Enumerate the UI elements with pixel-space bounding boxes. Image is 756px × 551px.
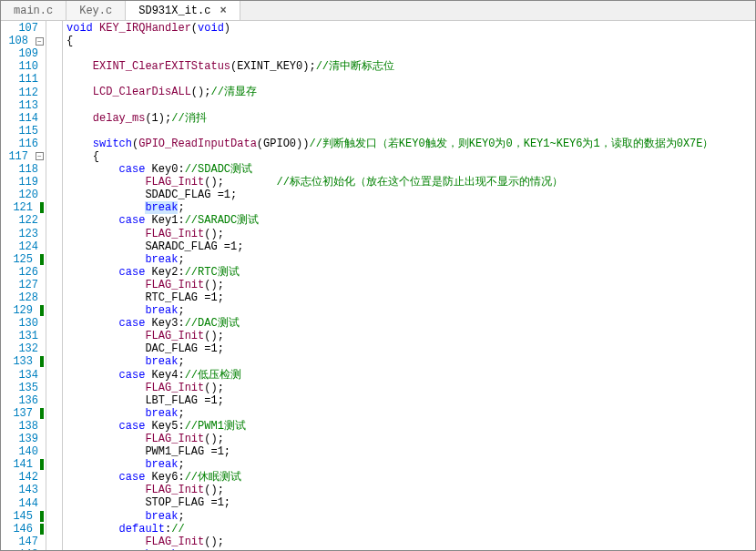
gutter-row: 127 (8, 279, 44, 291)
code-line[interactable]: default:// (66, 523, 755, 536)
code-line[interactable]: break; (66, 407, 755, 420)
line-number: 137 (13, 407, 38, 420)
code-line[interactable]: case Key0://SDADC测试 (66, 163, 755, 176)
tab-main-c[interactable]: main.c (1, 1, 66, 20)
gutter-row: 129 (8, 304, 44, 317)
gutter-row: 148 (8, 548, 44, 550)
fold-toggle-icon[interactable]: − (36, 37, 44, 46)
gutter-row: 115 (8, 125, 44, 138)
gutter-row: 120 (8, 189, 44, 201)
gutter-row: 144 (8, 496, 44, 509)
line-number: 143 (18, 484, 44, 496)
gutter-row: 124 (8, 240, 44, 253)
code-line[interactable]: FLAG_Init(); (66, 484, 755, 496)
gutter-row: 130 (8, 317, 44, 330)
gutter-row: 146 (8, 523, 44, 536)
code-line[interactable]: SARADC_FLAG =1; (66, 240, 755, 253)
gutter-row: 111 (8, 73, 44, 86)
line-number: 108 (8, 35, 34, 47)
code-line[interactable] (66, 125, 755, 138)
code-line[interactable]: FLAG_Init(); (66, 279, 755, 291)
gutter-row: 110 (8, 60, 44, 73)
code-line[interactable]: break; (66, 304, 755, 317)
gutter-row: 109 (8, 47, 44, 60)
code-line[interactable]: DAC_FLAG =1; (66, 342, 755, 355)
code-line[interactable]: break; (66, 548, 755, 550)
tab-bar: main.cKey.cSD931X_it.c× (1, 1, 755, 21)
code-line[interactable] (66, 73, 755, 86)
code-line[interactable]: { (66, 35, 755, 47)
code-line[interactable]: break; (66, 253, 755, 266)
code-line[interactable]: case Key6://休眠测试 (66, 471, 755, 484)
code-line[interactable]: break; (66, 201, 755, 214)
line-number: 111 (18, 73, 44, 86)
line-number: 136 (18, 394, 44, 407)
fold-margin (46, 21, 63, 550)
line-number: 138 (18, 420, 44, 433)
fold-toggle-icon[interactable]: − (36, 152, 44, 160)
line-number: 144 (18, 497, 44, 510)
gutter-row: 119 (8, 176, 44, 189)
line-number: 141 (13, 458, 38, 471)
code-line[interactable]: PWM1_FLAG =1; (66, 445, 755, 458)
line-number: 134 (18, 369, 44, 382)
line-number: 124 (18, 240, 44, 253)
code-line[interactable]: FLAG_Init(); //标志位初始化（放在这个位置是防止出现不显示的情况） (66, 176, 755, 189)
code-line[interactable]: case Key2://RTC测试 (66, 266, 755, 279)
close-icon[interactable]: × (220, 5, 226, 17)
code-line[interactable] (66, 99, 755, 112)
line-number: 133 (13, 355, 38, 368)
code-line[interactable]: case Key1://SARADC测试 (66, 214, 755, 227)
line-number: 127 (18, 279, 44, 291)
gutter-row: 131 (8, 330, 44, 342)
gutter-row: 116 (8, 138, 44, 150)
code-area[interactable]: void KEY_IRQHandler(void){ EXINT_ClearEX… (63, 21, 755, 550)
code-line[interactable]: FLAG_Init(); (66, 536, 755, 548)
line-number: 121 (13, 201, 38, 214)
code-line[interactable]: FLAG_Init(); (66, 228, 755, 240)
code-line[interactable]: FLAG_Init(); (66, 382, 755, 394)
code-line[interactable]: LBT_FLAG =1; (66, 394, 755, 407)
code-line[interactable]: FLAG_Init(); (66, 433, 755, 445)
code-line[interactable]: LCD_ClearDisALL();//清显存 (66, 86, 755, 98)
code-line[interactable]: break; (66, 458, 755, 471)
line-number: 107 (18, 22, 44, 35)
tab-Key-c[interactable]: Key.c (66, 1, 126, 20)
line-number: 119 (18, 176, 44, 189)
code-line[interactable]: STOP_FLAG =1; (66, 496, 755, 509)
code-line[interactable]: EXINT_ClearEXITStatus(EXINT_KEY0);//清中断标… (66, 60, 755, 73)
gutter-row: 138 (8, 420, 44, 433)
line-number: 117 (8, 150, 34, 163)
line-number: 140 (18, 445, 44, 458)
code-line[interactable]: switch(GPIO_ReadInputData(GPIO0))//判断触发口… (66, 138, 755, 150)
gutter-row: 140 (8, 445, 44, 458)
gutter-row: 141 (8, 458, 44, 471)
tab-SD931X_it-c[interactable]: SD931X_it.c× (126, 1, 240, 20)
line-number: 122 (18, 214, 44, 227)
line-number: 109 (18, 47, 44, 60)
code-line[interactable]: case Key3://DAC测试 (66, 317, 755, 330)
code-line[interactable] (66, 47, 755, 60)
change-marker-icon (40, 511, 44, 522)
line-number: 145 (13, 510, 38, 523)
code-line[interactable]: case Key4://低压检测 (66, 369, 755, 382)
code-line[interactable]: break; (66, 355, 755, 368)
code-line[interactable]: delay_ms(1);//消抖 (66, 112, 755, 125)
code-line[interactable]: void KEY_IRQHandler(void) (66, 22, 755, 35)
line-number: 128 (18, 291, 44, 304)
line-number: 114 (18, 112, 44, 125)
code-line[interactable]: RTC_FLAG =1; (66, 291, 755, 304)
change-marker-icon (40, 356, 44, 367)
gutter-row: 132 (8, 342, 44, 355)
gutter-row: 125 (8, 253, 44, 266)
line-number: 130 (18, 317, 44, 330)
line-number: 120 (18, 189, 44, 201)
line-number: 146 (13, 523, 38, 536)
code-line[interactable]: FLAG_Init(); (66, 330, 755, 342)
code-line[interactable]: { (66, 150, 755, 163)
code-line[interactable]: case Key5://PWM1测试 (66, 420, 755, 433)
code-line[interactable]: break; (66, 510, 755, 523)
line-number-gutter: 107108−109110111112113114115116117−11811… (1, 21, 46, 550)
code-line[interactable]: SDADC_FLAG =1; (66, 189, 755, 201)
line-number: 112 (18, 87, 44, 99)
